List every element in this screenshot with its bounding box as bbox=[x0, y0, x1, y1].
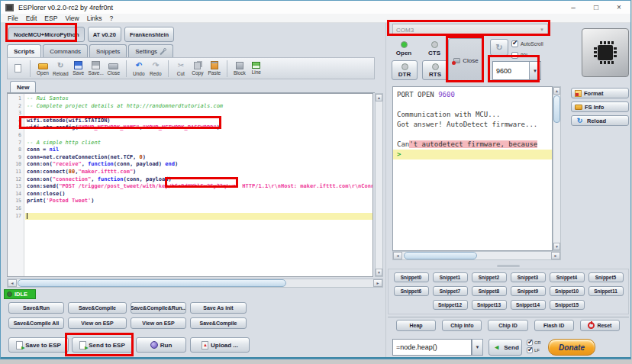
snippet-button-snippet0[interactable]: Snippet0 bbox=[394, 272, 429, 282]
tab-scripts[interactable]: Scripts bbox=[7, 44, 41, 57]
button-save-compile-all[interactable]: Save&Compile All bbox=[8, 317, 64, 329]
button-reload[interactable]: Reload bbox=[571, 115, 629, 126]
command-history-dropdown[interactable]: ▼ bbox=[472, 339, 483, 356]
button-reset[interactable]: Reset bbox=[580, 320, 620, 331]
firmware-tab-at-v0-20[interactable]: AT v0.20 bbox=[88, 27, 121, 42]
snippet-button-snippet4[interactable]: Snippet4 bbox=[550, 272, 585, 282]
firmware-tab-frankenshtein[interactable]: Frankenshtein bbox=[124, 27, 174, 42]
snippet-button-snippet3[interactable]: Snippet3 bbox=[511, 272, 546, 282]
snippet-button-snippet5[interactable]: Snippet5 bbox=[588, 272, 624, 282]
snippet-button-snippet9[interactable]: Snippet9 bbox=[511, 286, 546, 296]
toolbar-button-cut[interactable]: Cut bbox=[174, 59, 188, 79]
button-save-as-init[interactable]: Save As init bbox=[190, 302, 247, 314]
send-button[interactable]: Send bbox=[489, 339, 522, 356]
close-window-button[interactable]: × bbox=[608, 1, 630, 14]
tab-commands[interactable]: Commands bbox=[43, 44, 88, 57]
button-save-to-esp[interactable]: Save to ESP bbox=[8, 337, 69, 353]
donate-button[interactable]: Donate bbox=[548, 339, 595, 356]
snippet-button-snippet6[interactable]: Snippet6 bbox=[394, 286, 429, 296]
editor-vertical-scrollbar[interactable]: ▲ ▼ bbox=[375, 93, 383, 277]
checkbox-icon[interactable] bbox=[511, 40, 518, 47]
toolbar-button-undo[interactable]: Undo bbox=[132, 59, 146, 79]
toolbar-button-close[interactable]: Close bbox=[107, 59, 121, 79]
tab-snippets[interactable]: Snippets bbox=[89, 44, 127, 57]
button-chip-info[interactable]: Chip Info bbox=[442, 320, 482, 331]
code-line[interactable] bbox=[25, 205, 372, 213]
refresh-ports-button[interactable] bbox=[490, 39, 508, 56]
snippet-button-snippet2[interactable]: Snippet2 bbox=[472, 272, 507, 282]
button-run[interactable]: Run bbox=[136, 337, 186, 353]
button-view-on-esp[interactable]: View on ESP bbox=[131, 317, 186, 329]
code-line[interactable]: -- Complete project details at http://ra… bbox=[25, 103, 372, 111]
scroll-left-icon[interactable]: ◄ bbox=[8, 279, 17, 287]
autoscroll-checkbox[interactable]: AutoScroll bbox=[511, 40, 543, 47]
cr-checkbox[interactable]: CR bbox=[527, 340, 541, 346]
code-line[interactable]: conn:on("receive", function(conn, payloa… bbox=[25, 161, 372, 169]
toolbar-button-line[interactable]: Line bbox=[250, 59, 263, 79]
toolbar-button-copy[interactable]: Copy bbox=[191, 59, 205, 79]
button-chip-id[interactable]: Chip ID bbox=[488, 320, 527, 331]
toolbar-button-reload[interactable]: Reload bbox=[53, 59, 69, 79]
editor-horizontal-scrollbar[interactable]: ◄ ► bbox=[7, 279, 383, 288]
rts-button[interactable]: RTS bbox=[422, 60, 448, 80]
menu-item-help[interactable]: ? bbox=[106, 14, 118, 22]
toolbar-button-paste[interactable]: Paste bbox=[208, 59, 221, 79]
snippet-button-snippet12[interactable]: Snippet12 bbox=[433, 300, 468, 310]
code-line[interactable]: -- Rui Santos bbox=[25, 95, 372, 103]
lf-checkbox[interactable]: LF bbox=[527, 347, 541, 353]
code-line[interactable]: print('Posted Tweet') bbox=[25, 198, 372, 205]
toolbar-button-new[interactable] bbox=[11, 59, 24, 79]
menu-item-view[interactable]: View bbox=[61, 14, 82, 22]
code-line[interactable]: conn:connect(80,"maker.ifttt.com") bbox=[25, 169, 372, 176]
button-heap[interactable]: Heap bbox=[396, 320, 436, 331]
menu-item-edit[interactable]: Edit bbox=[22, 14, 41, 22]
scroll-down-icon[interactable]: ▼ bbox=[553, 243, 560, 250]
snippet-button-snippet13[interactable]: Snippet13 bbox=[472, 300, 507, 310]
button-format[interactable]: Format bbox=[571, 88, 629, 98]
command-input[interactable] bbox=[392, 339, 472, 356]
checkbox-icon[interactable] bbox=[527, 340, 533, 346]
snippet-button-snippet8[interactable]: Snippet8 bbox=[472, 286, 507, 296]
scrollbar-thumb[interactable] bbox=[553, 95, 560, 123]
snippet-button-snippet15[interactable]: Snippet15 bbox=[550, 300, 585, 310]
toolbar-button-save[interactable]: Save bbox=[72, 59, 85, 79]
maximize-button[interactable]: □ bbox=[585, 1, 608, 14]
scrollbar-thumb[interactable] bbox=[18, 279, 286, 287]
snippet-button-snippet10[interactable]: Snippet10 bbox=[550, 286, 585, 296]
menu-item-file[interactable]: File bbox=[4, 14, 22, 22]
button-upload[interactable]: Upload ... bbox=[190, 337, 250, 353]
toolbar-button-save[interactable]: Save... bbox=[89, 59, 104, 79]
file-tab-new[interactable]: New bbox=[10, 81, 36, 93]
scroll-up-icon[interactable]: ▲ bbox=[376, 94, 382, 101]
scroll-left-icon[interactable]: ◄ bbox=[393, 252, 402, 259]
scrollbar-thumb[interactable] bbox=[404, 252, 477, 259]
scroll-down-icon[interactable]: ▼ bbox=[376, 269, 382, 276]
open-port-button[interactable]: Open bbox=[389, 38, 418, 60]
minimize-button[interactable]: – bbox=[562, 1, 585, 14]
button-save-compile-run[interactable]: Save&Compile&Run... bbox=[131, 302, 186, 314]
toolbar-button-block[interactable]: Block bbox=[233, 59, 247, 79]
code-line[interactable]: conn:close() bbox=[25, 191, 372, 198]
snippet-button-snippet1[interactable]: Snippet1 bbox=[433, 272, 468, 282]
menu-item-links[interactable]: Links bbox=[83, 14, 106, 22]
terminal-vertical-scrollbar[interactable]: ▲ ▼ bbox=[553, 86, 561, 251]
code-line[interactable]: conn = nil bbox=[25, 147, 372, 154]
snippet-button-snippet14[interactable]: Snippet14 bbox=[511, 300, 546, 310]
toolbar-button-redo[interactable]: Redo bbox=[149, 59, 163, 79]
button-save-compile[interactable]: Save&Compile bbox=[68, 302, 127, 314]
toolbar-button-open[interactable]: Open bbox=[36, 59, 50, 79]
button-save-compile[interactable]: Save&Compile bbox=[190, 317, 247, 329]
code-line[interactable]: -- A simple http client bbox=[25, 140, 372, 147]
splitter-handle[interactable] bbox=[497, 265, 520, 267]
code-line[interactable] bbox=[25, 213, 372, 221]
serial-terminal[interactable]: PORT OPEN 9600Communication with MCU...G… bbox=[392, 86, 553, 251]
scroll-right-icon[interactable]: ► bbox=[551, 252, 560, 259]
button-fs-info[interactable]: FS Info bbox=[571, 101, 629, 112]
menu-item-esp[interactable]: ESP bbox=[40, 14, 61, 22]
button-save-run[interactable]: Save&Run bbox=[8, 302, 64, 314]
button-flash-id[interactable]: Flash ID bbox=[534, 320, 574, 331]
scroll-up-icon[interactable]: ▲ bbox=[553, 87, 560, 95]
button-view-on-esp[interactable]: View on ESP bbox=[68, 317, 127, 329]
code-line[interactable]: conn=net.createConnection(net.TCP, 0) bbox=[25, 154, 372, 162]
snippet-button-snippet11[interactable]: Snippet11 bbox=[588, 286, 624, 296]
